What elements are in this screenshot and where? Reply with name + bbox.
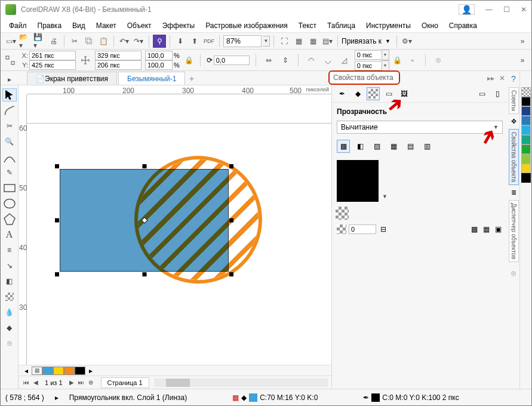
target-fill-icon[interactable]: ▩ [469,224,479,234]
pattern4-transp-icon[interactable]: ▥ [420,140,433,153]
vswatch-none[interactable] [521,87,531,97]
menu-layout[interactable]: Макет [96,21,116,30]
mirror-h-button[interactable]: ⇔ [262,54,275,67]
options-button[interactable]: ⚙▾ [401,35,414,48]
pdf-button[interactable]: PDF [202,35,216,48]
swatch-yellow[interactable] [53,367,64,375]
vswatch-teal[interactable] [521,135,531,144]
propbar-overflow[interactable]: » [517,54,528,67]
menu-text[interactable]: Текст [299,21,316,30]
add-tool-button[interactable]: ⊕ [2,337,17,350]
target-both-icon[interactable]: ▣ [493,224,503,234]
status-next-icon[interactable]: ▸ [55,393,59,402]
vswatch-lime[interactable] [521,154,531,164]
pick-tool[interactable] [2,88,17,102]
page-tab[interactable]: Страница 1 [101,377,149,388]
outline-tab-icon[interactable]: ✒ [336,87,349,100]
vswatch-yellow[interactable] [521,164,531,173]
grid-button[interactable]: ▦ [292,35,305,48]
corner1-drop[interactable]: ▾ [382,50,389,60]
status-fill-swatch[interactable] [249,393,257,402]
corner2-drop[interactable]: ▾ [382,60,389,71]
open-button[interactable]: 📂▾ [19,35,32,48]
menu-tools[interactable]: Инструменты [366,21,411,30]
vtab-manager[interactable]: Диспетчер объектов [509,200,519,262]
hscrollbar[interactable] [154,379,328,387]
tab-welcome[interactable]: 📄 Экран приветствия [27,72,117,85]
layers-button[interactable]: ▤▾ [321,35,334,48]
artistic-tool[interactable]: ✎ [2,166,17,179]
transparency-swatch-drop[interactable]: ▼ [380,158,389,199]
mirror-v-button[interactable]: ⇕ [279,54,292,67]
menu-table[interactable]: Таблица [327,21,355,30]
palette-left[interactable]: ◂ [21,367,32,375]
fullscreen-button[interactable]: ⛶ [278,35,291,48]
view-mode2-icon[interactable]: ▯ [491,87,504,100]
frame-tab-icon[interactable]: ▭ [382,87,395,100]
pick-tool-top[interactable]: ▸ [4,73,15,86]
merge-mode-combo[interactable]: Вычитание▼ [337,121,503,134]
bitmap-tab-icon[interactable]: 🖼 [398,87,411,100]
y-field[interactable]: 425 пкс [29,60,76,70]
status-fill-icon[interactable]: ◆ [241,393,247,402]
maximize-button[interactable]: ☐ [503,5,510,14]
connector-tool[interactable]: ↘ [2,259,17,272]
pattern2-transp-icon[interactable]: ▦ [387,140,400,153]
menu-bitmap[interactable]: Растровые изображения [205,21,288,30]
corner1-field[interactable]: 0 пкс [355,50,382,60]
corner-round-icon[interactable]: ◠ [305,54,318,67]
vtab-pointer-icon[interactable]: ✥ [511,118,516,125]
vswatch-blue[interactable] [521,116,531,125]
panel-close[interactable]: ✕ [497,72,508,85]
export-button[interactable]: ⬆ [188,35,201,48]
menu-window[interactable]: Окно [422,21,438,30]
freehand-tool[interactable] [2,150,17,164]
target-outline-icon[interactable]: ▦ [481,224,491,234]
menu-help[interactable]: Справка [449,21,477,30]
vtab-layers-icon[interactable]: ≣ [511,189,516,196]
x-field[interactable]: 261 пкс [29,51,76,60]
angle-field[interactable]: 0,0 [214,56,250,65]
corner-scallop-icon[interactable]: ◡ [321,54,334,67]
status-stroke-swatch[interactable] [371,393,380,402]
page-prev[interactable]: ◀ [32,379,40,387]
save-button[interactable]: 💾▾ [33,35,46,48]
overflow-button[interactable]: » [517,35,528,48]
view-mode1-icon[interactable]: ▭ [475,87,488,100]
user-icon[interactable]: 👤 [459,4,475,15]
vtab-properties[interactable]: Свойства объекта [509,129,519,185]
new-tab-button[interactable]: ＋ [186,73,197,85]
drawing-canvas[interactable] [27,94,331,376]
snap-label[interactable]: Привязать к [342,37,382,45]
lock-corners-button[interactable]: 🔒 [393,51,402,70]
lock-ratio-button[interactable]: 🔒 [184,51,194,70]
scale-y-field[interactable]: 100,0 [145,60,173,70]
pixel-button[interactable]: ▦ [306,35,319,48]
fill-tool[interactable]: ◆ [2,321,17,334]
text-tool[interactable]: A [2,228,17,241]
fountain-transp-icon[interactable]: ◧ [353,140,367,153]
transparency-swatch[interactable] [337,160,379,202]
opacity-slider-toggle[interactable]: ⊟ [379,224,388,234]
menu-edit[interactable]: Правка [38,21,62,30]
vtab-tips[interactable]: Советы [509,87,519,114]
ellipse-tool[interactable] [2,197,17,210]
opacity-field[interactable]: 0 [349,224,376,234]
status-doc-icon[interactable]: ▦ [232,393,239,402]
corner-chamfer-icon[interactable]: ◿ [338,54,351,67]
page-first[interactable]: ⏮ [22,379,30,387]
height-field[interactable]: 206 пкс [95,60,142,70]
rectangle-tool[interactable] [2,182,17,195]
search-button[interactable]: ⚲ [153,35,166,48]
pattern1-transp-icon[interactable]: ▨ [370,140,383,153]
polygon-tool[interactable] [2,213,17,226]
scale-x-field[interactable]: 100,0 [145,51,173,60]
vswatch-green[interactable] [521,144,531,154]
transparency-tab-icon[interactable] [367,87,380,100]
guide-line[interactable] [27,123,331,124]
rectangle-object[interactable] [60,169,229,272]
swatch-black[interactable] [75,367,85,375]
zoom-tool[interactable]: 🔍 [2,135,17,148]
add-button[interactable]: ⊕ [432,54,445,67]
shape-tool[interactable] [2,104,17,117]
